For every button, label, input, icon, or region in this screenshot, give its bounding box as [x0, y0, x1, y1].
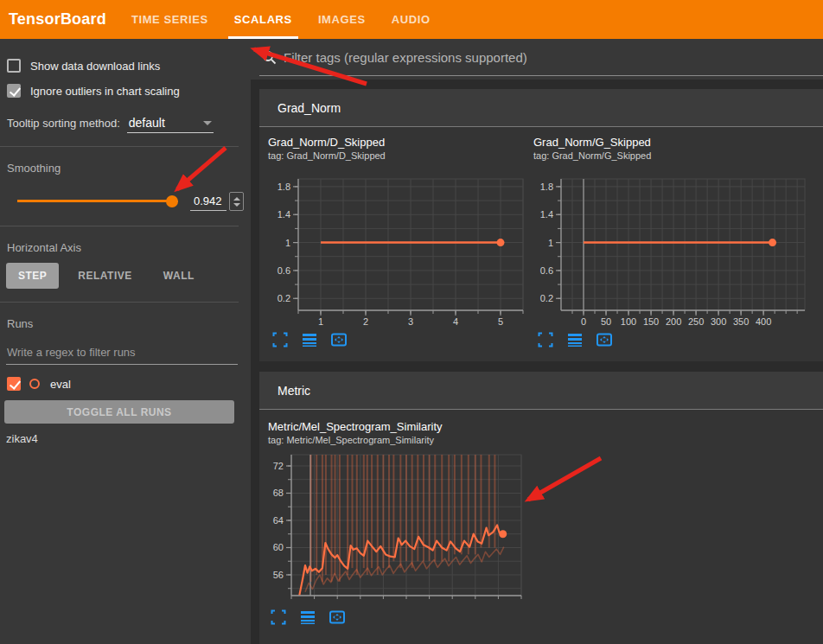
- chart-g-skipped[interactable]: 0501001502002503003504000.20.611.41.8: [525, 174, 814, 329]
- axis-step-button[interactable]: STEP: [6, 263, 59, 289]
- show-download-links-checkbox[interactable]: [7, 59, 21, 73]
- sidebar-divider: [0, 302, 239, 303]
- svg-text:250: 250: [688, 316, 704, 327]
- run-eval-checkbox[interactable]: [7, 377, 21, 391]
- spinner-up-icon[interactable]: [233, 197, 240, 201]
- tensorboard-app: TensorBoard TIME SERIES SCALARS IMAGES A…: [0, 0, 823, 644]
- svg-text:1: 1: [548, 238, 553, 248]
- svg-text:68: 68: [273, 488, 284, 498]
- tab-audio[interactable]: AUDIO: [379, 0, 443, 39]
- fit-domain-to-data-icon[interactable]: [330, 331, 348, 348]
- svg-text:1.4: 1.4: [540, 209, 553, 220]
- tab-images[interactable]: IMAGES: [305, 0, 379, 39]
- svg-text:400: 400: [756, 316, 771, 327]
- experiment-name: zikav4: [6, 432, 251, 445]
- expand-card-icon[interactable]: [271, 331, 289, 348]
- run-row-eval[interactable]: eval: [7, 373, 251, 394]
- ignore-outliers-checkbox[interactable]: [7, 84, 21, 98]
- svg-text:0: 0: [581, 316, 586, 327]
- svg-text:56: 56: [273, 570, 284, 580]
- chart-toolbar: [271, 331, 525, 348]
- data-table-icon[interactable]: [299, 609, 316, 626]
- chart-tag: tag: Grad_Norm/D_Skipped: [268, 150, 525, 162]
- svg-text:100: 100: [621, 316, 636, 327]
- chart-tag: tag: Grad_Norm/G_Skipped: [533, 150, 823, 162]
- chart-d-skipped[interactable]: 123450.20.611.41.8: [259, 174, 527, 329]
- chart-tag: tag: Metric/Mel_Spectrogram_Similarity: [268, 434, 525, 446]
- fit-domain-to-data-icon[interactable]: [596, 331, 613, 348]
- slider-thumb[interactable]: [166, 195, 178, 207]
- svg-text:1: 1: [285, 238, 290, 248]
- chart-title: Grad_Norm/G_Skipped: [533, 136, 823, 150]
- expand-card-icon[interactable]: [270, 609, 287, 626]
- svg-text:5: 5: [498, 316, 503, 327]
- tooltip-sorting-value: default: [129, 116, 165, 130]
- chart-mel-similarity[interactable]: 5660646872: [259, 448, 536, 603]
- smoothing-value-input[interactable]: [190, 193, 226, 211]
- section-metric-body: Metric/Mel_Spectrogram_Similarity tag: M…: [259, 410, 823, 626]
- svg-text:1.8: 1.8: [540, 182, 553, 192]
- tab-time-series[interactable]: TIME SERIES: [118, 0, 221, 39]
- data-table-icon[interactable]: [566, 331, 584, 348]
- tag-filter-bar: [251, 39, 823, 80]
- run-color-circle-icon: [29, 379, 40, 389]
- fit-domain-to-data-icon[interactable]: [329, 609, 346, 626]
- tag-filter-input[interactable]: [284, 50, 823, 65]
- section-grad-norm-header[interactable]: Grad_Norm: [259, 89, 823, 127]
- svg-text:0.2: 0.2: [540, 293, 553, 303]
- horizontal-axis-label: Horizontal Axis: [7, 241, 251, 254]
- svg-text:1.8: 1.8: [278, 182, 290, 192]
- svg-text:200: 200: [666, 316, 681, 327]
- chart-toolbar: [270, 609, 525, 626]
- svg-text:4: 4: [453, 316, 458, 327]
- spinner-down-icon[interactable]: [233, 203, 240, 207]
- data-table-icon[interactable]: [301, 331, 318, 348]
- svg-text:72: 72: [273, 461, 284, 471]
- sidebar-divider: [0, 226, 239, 226]
- svg-text:64: 64: [273, 515, 284, 526]
- chart-card-g-skipped: Grad_Norm/G_Skipped tag: Grad_Norm/G_Ski…: [525, 127, 823, 348]
- slider-fill: [17, 200, 172, 202]
- svg-text:0.6: 0.6: [278, 265, 290, 276]
- section-metric-header[interactable]: Metric: [259, 372, 823, 410]
- smoothing-number: [190, 192, 244, 211]
- app-header: TensorBoard TIME SERIES SCALARS IMAGES A…: [0, 0, 823, 39]
- chart-title: Grad_Norm/D_Skipped: [268, 136, 525, 150]
- expand-card-icon[interactable]: [537, 331, 554, 348]
- tab-scalars[interactable]: SCALARS: [221, 0, 305, 39]
- section-grad-norm-body: Grad_Norm/D_Skipped tag: Grad_Norm/D_Ski…: [259, 127, 823, 348]
- axis-relative-button[interactable]: RELATIVE: [66, 263, 144, 289]
- section-metric: Metric Metric/Mel_Spectrogram_Similarity…: [259, 372, 823, 644]
- svg-text:0.6: 0.6: [540, 265, 553, 276]
- ignore-outliers-row[interactable]: Ignore outliers in chart scaling: [7, 81, 251, 100]
- tag-filter-field[interactable]: [259, 39, 823, 76]
- tab-bar: TIME SERIES SCALARS IMAGES AUDIO: [118, 0, 443, 39]
- axis-wall-button[interactable]: WALL: [151, 263, 207, 289]
- svg-text:2: 2: [363, 316, 368, 327]
- checkbox-label: Ignore outliers in chart scaling: [30, 85, 180, 98]
- active-tab-underline: [228, 36, 298, 39]
- horizontal-axis-buttons: STEP RELATIVE WALL: [6, 263, 251, 289]
- cards-scroll-area[interactable]: Grad_Norm Grad_Norm/D_Skipped tag: Grad_…: [251, 80, 823, 644]
- show-download-links-row[interactable]: Show data download links: [7, 56, 251, 75]
- tooltip-sorting-label: Tooltip sorting method:: [7, 117, 120, 130]
- settings-sidebar: Show data download links Ignore outliers…: [0, 39, 251, 644]
- section-grad-norm: Grad_Norm Grad_Norm/D_Skipped tag: Grad_…: [259, 89, 823, 361]
- chart-card-mel-similarity: Metric/Mel_Spectrogram_Similarity tag: M…: [259, 410, 525, 626]
- run-eval-label: eval: [50, 378, 71, 391]
- svg-text:60: 60: [273, 542, 284, 552]
- smoothing-slider[interactable]: [17, 195, 178, 207]
- tooltip-sorting-row: Tooltip sorting method: default: [7, 116, 251, 133]
- chevron-down-icon: [203, 121, 212, 125]
- tooltip-sorting-select[interactable]: default: [127, 116, 214, 133]
- toggle-all-runs-button[interactable]: TOGGLE ALL RUNS: [4, 400, 234, 424]
- runs-label: Runs: [7, 317, 251, 330]
- svg-text:0.2: 0.2: [278, 293, 290, 303]
- chart-title: Metric/Mel_Spectrogram_Similarity: [268, 420, 525, 434]
- section-title: Metric: [278, 384, 310, 398]
- search-icon: [262, 50, 277, 65]
- sidebar-divider: [0, 146, 239, 147]
- number-spinner[interactable]: [229, 192, 244, 211]
- svg-text:3: 3: [408, 316, 413, 327]
- runs-filter-input[interactable]: [6, 344, 238, 365]
